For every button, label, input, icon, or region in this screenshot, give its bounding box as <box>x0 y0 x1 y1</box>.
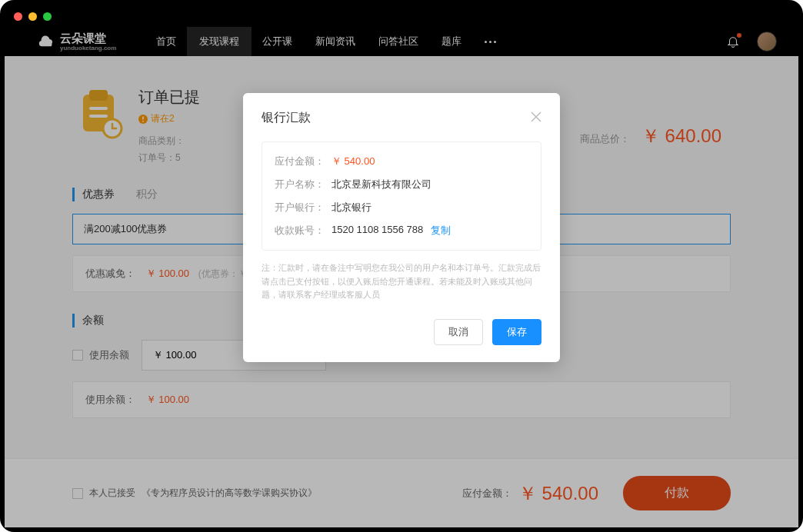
modal-account-number-label: 收款账号： <box>275 224 332 238</box>
maximize-window-icon[interactable] <box>43 12 52 21</box>
modal-amount-value: ￥ 540.00 <box>332 155 375 168</box>
copy-account-link[interactable]: 复制 <box>431 224 451 238</box>
modal-note: 注：汇款时，请在备注中写明您在我公司的用户名和本订单号。汇款完成后请点击已支付按… <box>262 261 541 302</box>
modal-account-name-value: 北京昱新科技有限公司 <box>332 178 431 191</box>
cancel-button[interactable]: 取消 <box>434 319 483 345</box>
modal-amount-label: 应付金额： <box>275 155 332 168</box>
minimize-window-icon[interactable] <box>28 12 37 21</box>
modal-overlay[interactable]: 银行汇款 应付金额： ￥ 540.00 开户名称： 北京昱新科技有限公司 开户银… <box>5 22 798 527</box>
modal-bank-value: 北京银行 <box>332 201 372 214</box>
modal-bank-label: 开户银行： <box>275 201 332 214</box>
modal-account-name-label: 开户名称： <box>275 178 332 191</box>
modal-title: 银行汇款 <box>262 110 311 126</box>
bank-transfer-modal: 银行汇款 应付金额： ￥ 540.00 开户名称： 北京昱新科技有限公司 开户银… <box>243 93 560 362</box>
modal-account-number-value: 1520 1108 1556 788 <box>332 224 423 238</box>
save-button[interactable]: 保存 <box>492 319 541 345</box>
close-icon[interactable] <box>531 111 541 125</box>
close-window-icon[interactable] <box>14 12 22 21</box>
